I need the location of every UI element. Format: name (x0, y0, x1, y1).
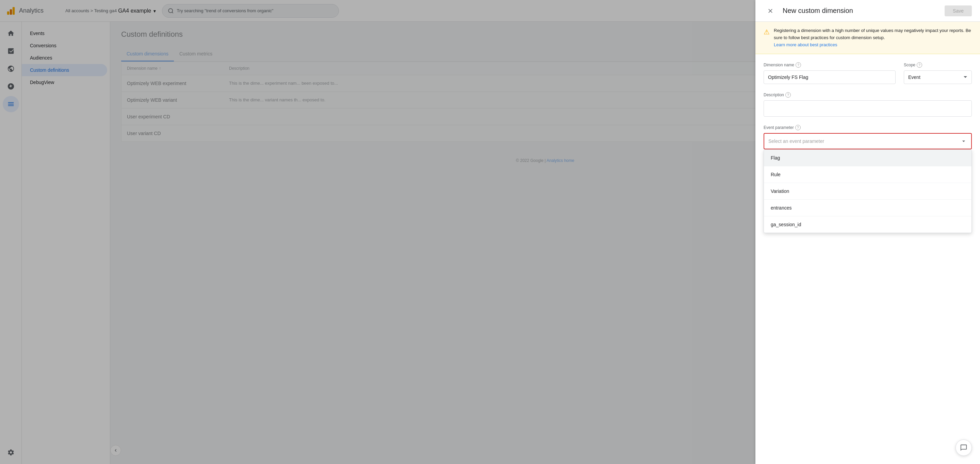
event-parameter-dropdown-trigger[interactable]: Select an event parameter (764, 133, 972, 149)
dropdown-item-ga-session-id[interactable]: ga_session_id (764, 216, 972, 233)
panel-save-button[interactable]: Save (945, 5, 972, 16)
dimension-name-label: Dimension name ? (764, 62, 896, 68)
description-group: Description ? (764, 92, 972, 117)
panel-close-button[interactable] (764, 4, 777, 18)
event-parameter-placeholder: Select an event parameter (768, 138, 824, 144)
event-parameter-dropdown-list: Flag Rule Variation entrances ga_session… (764, 149, 972, 233)
event-parameter-label: Event parameter ? (764, 125, 972, 130)
description-input[interactable] (764, 100, 972, 117)
dropdown-item-variation[interactable]: Variation (764, 183, 972, 200)
event-parameter-dropdown-wrapper: Select an event parameter Flag Rule Vari… (764, 133, 972, 149)
panel-body: Dimension name ? Scope ? Event User (756, 54, 980, 464)
form-row-3: Event parameter ? Select an event parame… (764, 125, 972, 149)
scope-help-icon[interactable]: ? (917, 62, 922, 68)
dropdown-item-entrances[interactable]: entrances (764, 200, 972, 216)
dropdown-item-rule[interactable]: Rule (764, 166, 972, 183)
warning-banner: ⚠ Registering a dimension with a high nu… (756, 22, 980, 54)
scope-label: Scope ? (904, 62, 972, 68)
form-row-2: Description ? (764, 92, 972, 117)
warning-icon: ⚠ (764, 28, 770, 48)
chat-icon (960, 444, 967, 451)
description-help-icon[interactable]: ? (785, 92, 791, 98)
close-icon (767, 8, 774, 14)
event-parameter-help-icon[interactable]: ? (795, 125, 801, 130)
scope-select[interactable]: Event User (904, 70, 972, 84)
form-row-1: Dimension name ? Scope ? Event User (764, 62, 972, 84)
event-parameter-group: Event parameter ? Select an event parame… (764, 125, 972, 149)
scope-group: Scope ? Event User (904, 62, 972, 84)
dropdown-chevron-icon (960, 138, 967, 145)
dropdown-item-flag[interactable]: Flag (764, 150, 972, 166)
chat-fab-button[interactable] (956, 440, 972, 456)
description-label: Description ? (764, 92, 972, 98)
warning-text: Registering a dimension with a high numb… (774, 27, 972, 48)
learn-more-link[interactable]: Learn more about best practices (774, 42, 837, 47)
dimension-name-group: Dimension name ? (764, 62, 896, 84)
panel-header: New custom dimension Save (756, 0, 980, 22)
dimension-name-input[interactable] (764, 70, 896, 84)
side-panel: New custom dimension Save ⚠ Registering … (756, 0, 980, 464)
panel-title: New custom dimension (783, 7, 945, 14)
dimension-name-help-icon[interactable]: ? (795, 62, 801, 68)
